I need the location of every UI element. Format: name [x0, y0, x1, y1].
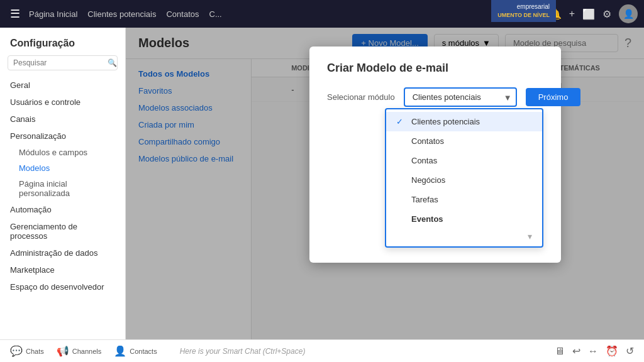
- contacts-item[interactable]: 👤 Contacts: [114, 345, 157, 357]
- module-select[interactable]: Clientes potenciais: [404, 87, 517, 107]
- search-icon: 🔍: [108, 58, 117, 67]
- nav-more[interactable]: C...: [209, 9, 222, 19]
- chats-label: Chats: [26, 348, 44, 355]
- alarm-icon[interactable]: ⏰: [606, 345, 618, 357]
- nav-items: Página Inicial Clientes potenciais Conta…: [29, 9, 529, 19]
- top-navigation: ☰ Página Inicial Clientes potenciais Con…: [0, 0, 644, 28]
- dropdown-item-leads[interactable]: ✓ Clientes potenciais: [386, 112, 542, 131]
- menu-icon[interactable]: ☰: [6, 5, 24, 23]
- contacts-label: Contacts: [130, 348, 157, 355]
- expand-icon[interactable]: ↔: [588, 346, 598, 357]
- nav-home[interactable]: Página Inicial: [29, 9, 77, 19]
- module-dropdown-menu: ✓ Clientes potenciais Contatos Contas Ne…: [385, 108, 543, 248]
- smart-chat-placeholder[interactable]: Here is your Smart Chat (Ctrl+Space): [170, 347, 542, 356]
- modal-title: Criar Modelo de e-mail: [327, 62, 543, 75]
- dropdown-container: ✓ Clientes potenciais Contatos Contas Ne…: [385, 108, 543, 248]
- sidebar-title: Configuração: [0, 28, 125, 55]
- sidebar-item-models[interactable]: Modelos: [0, 160, 125, 176]
- nav-contacts[interactable]: Contatos: [166, 9, 199, 19]
- sidebar-item-users[interactable]: Usuários e controle: [0, 94, 125, 111]
- next-button[interactable]: Próximo: [526, 88, 581, 106]
- contacts-icon: 👤: [114, 345, 126, 357]
- chats-icon: 💬: [10, 345, 23, 357]
- company-badge: empresarial UMENTO DE NÍVEL: [491, 0, 556, 22]
- screen-icon[interactable]: ⬜: [582, 8, 595, 20]
- sidebar-item-automation[interactable]: Automação: [0, 201, 125, 218]
- dropdown-item-deals[interactable]: Negócios: [386, 170, 542, 190]
- dropdown-item-events[interactable]: Eventos: [386, 209, 542, 229]
- channels-label: Channels: [72, 348, 101, 355]
- sidebar-item-modules[interactable]: Módulos e campos: [0, 145, 125, 160]
- modal-row: Selecionar módulo Clientes potenciais ▼ …: [327, 87, 543, 107]
- sidebar-item-data-admin[interactable]: Administração de dados: [0, 244, 125, 261]
- channels-icon: 📢: [57, 345, 69, 357]
- settings-icon[interactable]: ⚙: [602, 8, 611, 20]
- checkmark-icon: ✓: [396, 117, 406, 126]
- bottom-bar-right: 🖥 ↩ ↔ ⏰ ↺: [555, 345, 634, 357]
- add-icon[interactable]: +: [569, 8, 575, 19]
- sidebar-item-home-custom[interactable]: Página inicial personalizada: [0, 176, 125, 201]
- main-layout: Configuração 🔍 Geral Usuários e controle…: [0, 28, 644, 339]
- modal-select-label: Selecionar módulo: [327, 92, 395, 102]
- modal-select-wrapper: Clientes potenciais ▼: [404, 87, 517, 107]
- content-area: Modelos + Novo Model... s módulos ▼ ? To…: [126, 28, 644, 339]
- bottom-bar: 💬 Chats 📢 Channels 👤 Contacts Here is yo…: [0, 339, 644, 362]
- dropdown-item-contacts[interactable]: Contatos: [386, 131, 542, 151]
- sidebar: Configuração 🔍 Geral Usuários e controle…: [0, 28, 126, 339]
- sidebar-item-personalization[interactable]: Personalização: [0, 128, 125, 145]
- avatar[interactable]: 👤: [619, 4, 638, 23]
- chats-item[interactable]: 💬 Chats: [10, 345, 44, 357]
- sidebar-search-wrapper: 🔍: [8, 55, 118, 70]
- sidebar-item-geral[interactable]: Geral: [0, 77, 125, 94]
- refresh-icon[interactable]: ↺: [626, 345, 634, 357]
- dropdown-item-accounts[interactable]: Contas: [386, 151, 542, 170]
- channels-item[interactable]: 📢 Channels: [57, 345, 101, 357]
- dropdown-scroll-hint: ▾: [386, 229, 542, 244]
- sidebar-item-channels[interactable]: Canais: [0, 111, 125, 128]
- nav-leads[interactable]: Clientes potenciais: [87, 9, 156, 19]
- sidebar-item-marketplace[interactable]: Marketplace: [0, 261, 125, 278]
- sidebar-item-developer[interactable]: Espaço do desenvolvedor: [0, 278, 125, 295]
- dropdown-item-tasks[interactable]: Tarefas: [386, 190, 542, 209]
- sidebar-item-processes[interactable]: Gerenciamento de processos: [0, 218, 125, 244]
- reply-icon[interactable]: ↩: [572, 345, 580, 357]
- create-email-modal: Criar Modelo de e-mail Selecionar módulo…: [309, 47, 561, 263]
- screen-bottom-icon[interactable]: 🖥: [555, 346, 565, 357]
- sidebar-search-input[interactable]: [13, 58, 108, 67]
